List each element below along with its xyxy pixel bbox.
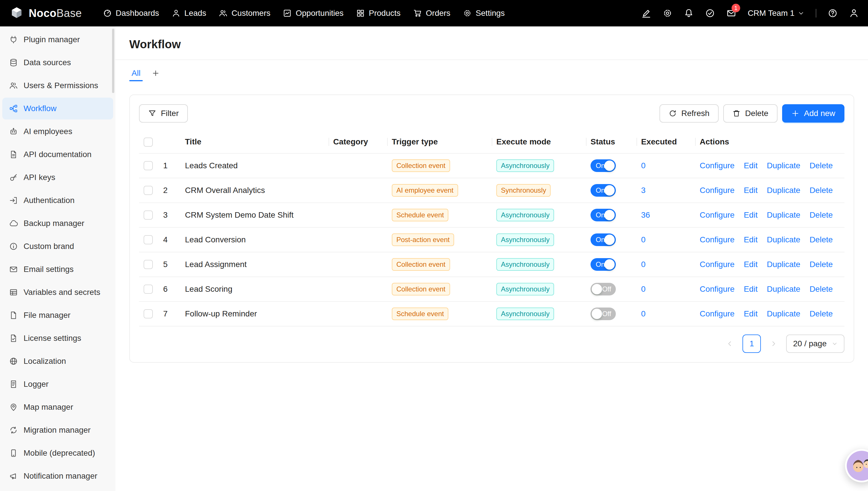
select-all-checkbox[interactable] [144,138,153,147]
row-action-delete[interactable]: Delete [809,285,833,293]
executed-count-link[interactable]: 0 [641,285,646,293]
row-checkbox[interactable] [144,161,153,170]
row-action-configure[interactable]: Configure [700,260,734,269]
column-header-actions[interactable]: Actions [695,131,844,153]
sidebar-item-notification-manager[interactable]: Notification manager [2,465,113,487]
row-action-duplicate[interactable]: Duplicate [767,186,801,195]
sidebar-item-map-manager[interactable]: Map manager [2,396,113,418]
row-action-configure[interactable]: Configure [700,186,734,195]
tab-all[interactable]: All [129,60,143,86]
nav-item-settings[interactable]: Settings [457,0,511,26]
nav-item-leads[interactable]: Leads [166,0,212,26]
row-action-delete[interactable]: Delete [809,186,833,195]
row-action-configure[interactable]: Configure [700,309,734,318]
nav-item-dashboards[interactable]: Dashboards [97,0,166,26]
notifications-button[interactable] [684,8,694,18]
row-checkbox[interactable] [144,260,153,269]
row-checkbox[interactable] [144,309,153,318]
row-action-edit[interactable]: Edit [744,285,757,293]
row-action-edit[interactable]: Edit [744,235,757,244]
sidebar-item-authentication[interactable]: Authentication [2,190,113,211]
executed-count-link[interactable]: 0 [641,161,646,170]
column-header-executed[interactable]: Executed [636,131,695,153]
brand-logo[interactable]: NocoBase [9,6,82,21]
row-action-edit[interactable]: Edit [744,260,757,269]
row-action-duplicate[interactable]: Duplicate [767,260,801,269]
row-action-delete[interactable]: Delete [809,210,833,220]
add-tab-button[interactable] [152,69,160,77]
row-action-edit[interactable]: Edit [744,161,757,170]
sidebar-item-custom-brand[interactable]: Custom brand [2,235,113,257]
filter-button[interactable]: Filter [139,104,188,123]
sidebar-item-workflow[interactable]: Workflow [2,97,113,119]
sidebar-item-migration-manager[interactable]: Migration manager [2,419,113,441]
row-action-configure[interactable]: Configure [700,210,734,220]
prev-page-button[interactable] [722,335,738,353]
row-action-duplicate[interactable]: Duplicate [767,210,801,220]
sidebar-item-variables-and-secrets[interactable]: Variables and secrets [2,281,113,303]
sidebar-item-api-documentation[interactable]: API documentation [2,144,113,165]
settings-gear-button[interactable] [663,8,672,18]
column-header-category[interactable]: Category [328,131,387,153]
page-size-select[interactable]: 20 / page [786,335,844,353]
user-menu-button[interactable] [849,8,859,18]
row-action-delete[interactable]: Delete [809,260,833,269]
status-toggle[interactable]: On [590,184,616,197]
status-toggle[interactable]: On [590,258,616,271]
sidebar-item-license-settings[interactable]: License settings [2,327,113,349]
row-action-edit[interactable]: Edit [744,210,757,220]
nav-item-orders[interactable]: Orders [407,0,457,26]
sidebar-item-data-sources[interactable]: Data sources [2,52,113,74]
column-header-title[interactable]: Title [180,131,328,153]
sidebar-item-plugin-manager[interactable]: Plugin manager [2,29,113,51]
messages-button[interactable]: 1 [726,8,736,18]
row-checkbox[interactable] [144,210,153,220]
status-toggle[interactable]: Off [590,283,616,295]
row-action-duplicate[interactable]: Duplicate [767,309,801,318]
sidebar-item-localization[interactable]: Localization [2,350,113,372]
sidebar-item-backup-manager[interactable]: Backup manager [2,212,113,234]
row-action-duplicate[interactable]: Duplicate [767,161,801,170]
column-header-status[interactable]: Status [586,131,636,153]
nav-item-customers[interactable]: Customers [212,0,277,26]
ai-employees-avatar[interactable] [845,449,868,482]
sidebar-item-api-keys[interactable]: API keys [2,167,113,189]
row-checkbox[interactable] [144,285,153,294]
executed-count-link[interactable]: 0 [641,309,646,318]
nav-item-products[interactable]: Products [350,0,407,26]
sidebar-item-users-permissions[interactable]: Users & Permissions [2,75,113,96]
status-toggle[interactable]: On [590,233,616,246]
highlighter-button[interactable] [641,8,651,18]
executed-count-link[interactable]: 0 [641,260,646,269]
row-action-configure[interactable]: Configure [700,235,734,244]
refresh-button[interactable]: Refresh [660,104,719,123]
row-action-duplicate[interactable]: Duplicate [767,235,801,244]
row-action-configure[interactable]: Configure [700,285,734,293]
row-action-delete[interactable]: Delete [809,309,833,318]
current-page-button[interactable]: 1 [743,335,761,353]
status-toggle[interactable]: On [590,209,616,221]
help-button[interactable] [828,8,838,18]
row-checkbox[interactable] [144,186,153,195]
row-checkbox[interactable] [144,235,153,244]
executed-count-link[interactable]: 36 [641,210,650,220]
row-action-duplicate[interactable]: Duplicate [767,285,801,293]
status-toggle[interactable]: Off [590,308,616,320]
sidebar-item-ai-employees[interactable]: AI employees [2,121,113,142]
nav-item-opportunities[interactable]: Opportunities [277,0,350,26]
executed-count-link[interactable]: 3 [641,186,646,195]
sidebar-scrollbar[interactable] [112,29,114,93]
sidebar-item-logger[interactable]: Logger [2,373,113,395]
column-header-execute-mode[interactable]: Execute mode [492,131,586,153]
delete-button[interactable]: Delete [723,104,778,123]
row-action-configure[interactable]: Configure [700,161,734,170]
team-selector[interactable]: CRM Team 1 [748,9,804,18]
sidebar-item-file-manager[interactable]: File manager [2,305,113,326]
column-header-trigger-type[interactable]: Trigger type [387,131,492,153]
add-new-button[interactable]: Add new [782,104,844,123]
row-action-edit[interactable]: Edit [744,186,757,195]
tasks-button[interactable] [705,8,715,18]
row-action-edit[interactable]: Edit [744,309,757,318]
sidebar-item-public-forms[interactable]: Public forms [2,488,113,491]
row-action-delete[interactable]: Delete [809,235,833,244]
